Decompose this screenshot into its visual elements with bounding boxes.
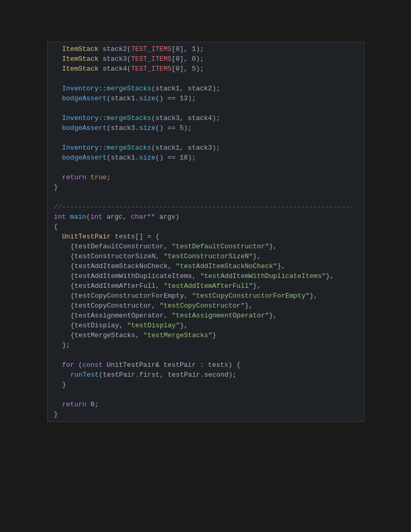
code-token (66, 212, 70, 222)
code-token: () == 18); (155, 153, 196, 163)
code-token: }, (269, 242, 277, 251)
code-line: {testDefaultConstructor, "testDefaultCon… (48, 242, 364, 251)
code-line: } (48, 380, 364, 390)
code-line: int main(int argc, char** argv) (48, 212, 364, 222)
code-token: UnitTestPair& testPair : tests) { (103, 360, 241, 370)
code-token: } (213, 330, 217, 340)
code-token (86, 172, 90, 182)
code-token: bodgeAssert (62, 94, 107, 103)
code-token: (testPair.first, testPair.second); (99, 370, 236, 380)
code-token: for (62, 360, 74, 370)
code-token: {testConstructorSizeN, (71, 251, 164, 261)
code-token: ItemStack (62, 64, 99, 74)
code-token: () == 13); (155, 94, 196, 103)
code-token: ( (74, 360, 83, 370)
code-token: const (83, 360, 103, 370)
code-line: //--------------------------------------… (48, 202, 364, 212)
code-line: bodgeAssert(stack1.size() == 18); (48, 153, 364, 163)
code-token: }, (245, 301, 253, 311)
code-token: ItemStack (62, 54, 99, 64)
code-line: }; (48, 340, 364, 350)
code-line: {testAddItemAfterFull, "testAddItemAfter… (48, 281, 364, 291)
code-token: "testDefaultConstructor" (172, 242, 269, 251)
code-token: true (90, 172, 107, 182)
code-line: bodgeAssert(stack1.size() == 13); (48, 94, 364, 103)
code-token: char (131, 212, 147, 222)
code-token: int (54, 212, 66, 222)
code-token: }, (310, 291, 318, 301)
code-token: :: (99, 113, 107, 123)
code-token: } (54, 409, 58, 419)
code-token: ( (107, 94, 111, 103)
code-token: "testAddItemStackNoCheck" (176, 261, 277, 271)
code-token: {testAddItemStackNoCheck, (71, 261, 176, 271)
code-line: Inventory::mergeStacks(stack1, stack2); (48, 84, 364, 94)
code-line: {testAddItemStackNoCheck, "testAddItemSt… (48, 261, 364, 271)
code-line: Inventory::mergeStacks(stack3, stack4); (48, 113, 364, 123)
code-line: {testCopyConstructor, "testCopyConstruct… (48, 301, 364, 311)
code-line (48, 74, 364, 84)
code-token: }, (253, 281, 261, 291)
code-token: "testMergeStacks" (143, 330, 213, 340)
code-token: "testCopyConstructorForEmpty" (192, 291, 310, 301)
code-token: } (62, 380, 67, 390)
code-token: main (70, 212, 86, 222)
code-token: bodgeAssert (62, 123, 107, 133)
code-token: :: (99, 143, 107, 153)
code-line: bodgeAssert(stack3.size() == 5); (48, 123, 364, 133)
code-token: }, (277, 261, 285, 271)
code-line (48, 103, 364, 113)
code-token: mergeStacks (107, 84, 151, 94)
code-line: return 0; (48, 400, 364, 409)
code-line: return true; (48, 172, 364, 182)
code-token: Inventory (62, 113, 99, 123)
code-token: size (139, 153, 155, 163)
code-token: {testAssignmentOperator, (71, 311, 172, 321)
code-token: size (139, 94, 155, 103)
code-line: UnitTestPair tests[] = { (48, 232, 364, 242)
code-line: {testAssignmentOperator, "testAssignment… (48, 311, 364, 321)
code-token: ItemStack (62, 44, 99, 54)
code-token: stack2( (99, 44, 131, 54)
code-token: "testConstructorSizeN" (164, 251, 253, 261)
code-token: {testMergeStacks, (71, 330, 143, 340)
code-line: ItemStack stack3(TEST_ITEMS[0], 0); (48, 54, 364, 64)
code-line (48, 390, 364, 400)
code-token: }, (269, 311, 277, 321)
code-token: stack4( (99, 64, 131, 74)
code-token: [0], 5); (171, 64, 204, 74)
code-token: "testAddItemAfterFull" (164, 281, 253, 291)
code-token: bodgeAssert (62, 153, 107, 163)
code-token: :: (99, 84, 107, 94)
code-line: { (48, 222, 364, 232)
code-token: {testDisplay, (71, 321, 127, 330)
code-token: (stack1. (107, 153, 139, 163)
code-token: //--------------------------------------… (54, 202, 354, 212)
code-token: stack1. (111, 94, 139, 103)
code-token: }, (326, 271, 334, 281)
code-token: ( (86, 212, 90, 222)
code-line: {testMergeStacks, "testMergeStacks"} (48, 330, 364, 340)
code-token: () == 5); (155, 123, 192, 133)
code-token: {testCopyConstructor, (71, 301, 160, 311)
code-token: {testCopyConstructorForEmpty, (71, 291, 192, 301)
code-line: } (48, 182, 364, 192)
code-line: {testAddItemWithDuplicateItems, "testAdd… (48, 271, 364, 281)
code-token: }, (180, 321, 188, 330)
code-token: "testCopyConstructor" (160, 301, 245, 311)
code-token: tests[] = { (111, 232, 160, 242)
code-token: (stack1, stack3); (151, 143, 220, 153)
code-line: {testDisplay, "testDisplay"}, (48, 321, 364, 330)
code-line: {testConstructorSizeN, "testConstructorS… (48, 251, 364, 261)
code-token: } (54, 182, 58, 192)
code-token: size (139, 123, 155, 133)
code-line: ItemStack stack4(TEST_ITEMS[0], 5); (48, 64, 364, 74)
code-line: runTest(testPair.first, testPair.second)… (48, 370, 364, 380)
code-line: ItemStack stack2(TEST_ITEMS[0], 1); (48, 44, 364, 54)
code-token: }, (253, 251, 261, 261)
code-token: {testAddItemWithDuplicateItems, (71, 271, 201, 281)
code-line (48, 133, 364, 143)
code-token: "testAssignmentOperator" (172, 311, 269, 321)
code-token: mergeStacks (107, 143, 151, 153)
code-line: for (const UnitTestPair& testPair : test… (48, 360, 364, 370)
